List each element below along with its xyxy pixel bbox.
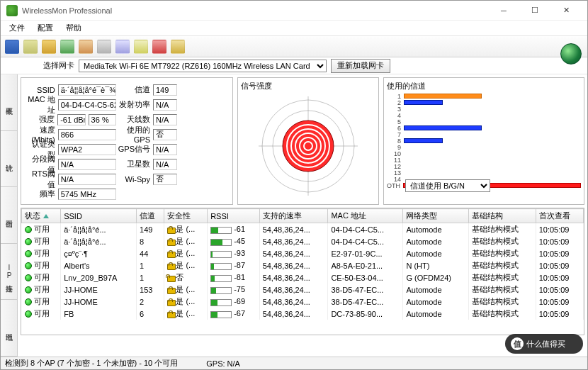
val-speed: 866: [58, 129, 116, 140]
lbl-gps: 使用的GPS: [116, 125, 153, 144]
channel-bar-3: 3: [387, 106, 581, 112]
table-row[interactable]: 可用Lnv_209_B97A1否-8154,48,36,24...CE-50-E…: [22, 271, 584, 284]
tab-ip[interactable]: IP连接: [1, 244, 17, 301]
ap-table[interactable]: 状态 SSID 信道 安全性 RSSI 支持的速率 MAC 地址 网络类型 基础…: [21, 208, 584, 335]
minimize-button[interactable]: ─: [488, 1, 519, 21]
channel-bar-7: 7: [387, 131, 581, 138]
table-row[interactable]: 可用ä·´å¦¦å¦å°é­...149是 (...-6154,48,36,24…: [22, 223, 584, 236]
channel-bar-6: 6: [387, 125, 581, 131]
lbl-txpower: 发射功率: [116, 99, 153, 110]
channel-bar-13: 13: [387, 169, 581, 176]
config-icon[interactable]: [23, 40, 38, 54]
table-row[interactable]: 可用Albert's1是 (...-8754,48,36,24...A8-5A-…: [22, 259, 584, 271]
channel-bar-2: 2: [387, 99, 581, 106]
map-icon[interactable]: [97, 40, 111, 54]
val-ssid: ä·´å¦¦å¦å°é­¯è¯¾wh: [58, 84, 116, 96]
table-row[interactable]: 可用ä·´å¦¦å¦å°é­...8是 (...-4554,48,36,24..…: [22, 235, 584, 247]
channel-bar-11: 11: [387, 157, 581, 163]
col-channel[interactable]: 信道: [137, 209, 164, 223]
val-channel: 149: [153, 84, 177, 96]
lock-icon: [167, 298, 174, 306]
val-sat: N/A: [153, 159, 177, 170]
val-gpssig: N/A: [153, 144, 177, 155]
statusbar: 检测到 8 个AP (7 个加密 - 1 个未加密) - 10 个可用 GPS:…: [1, 357, 587, 369]
toolbar: [1, 36, 587, 57]
col-mac[interactable]: MAC 地址: [328, 209, 403, 223]
menu-help[interactable]: 帮助: [60, 21, 87, 35]
val-strength-pct: 36 %: [89, 114, 116, 125]
col-nettype[interactable]: 网络类型: [403, 209, 468, 223]
menu-file[interactable]: 文件: [4, 21, 30, 35]
lock-icon: [167, 250, 174, 258]
status-ap-count: 检测到 8 个AP (7 个加密 - 1 个未加密) - 10 个可用: [5, 358, 178, 369]
channel-bar-1: 1: [387, 93, 581, 99]
folder-icon[interactable]: [171, 40, 185, 54]
rssi-bar: [210, 275, 232, 282]
col-security[interactable]: 安全性: [164, 209, 208, 223]
status-dot-icon: [25, 262, 32, 269]
channels-panel: 使用的信道 1234567891011121314OTH信道使用 B/G/N: [383, 77, 584, 205]
tab-summary[interactable]: 概要: [1, 74, 17, 131]
val-wispy: 否: [153, 174, 177, 185]
status-dot-icon: [25, 274, 32, 281]
val-txpower: N/A: [153, 99, 177, 111]
nic-select[interactable]: MediaTek Wi-Fi 6E MT7922 (RZ616) 160MHz …: [79, 60, 327, 72]
channels-header: 使用的信道: [387, 81, 581, 91]
lbl-freq: 频率: [24, 189, 58, 199]
channel-bar-12: 12: [387, 163, 581, 169]
channels-chart: 1234567891011121314OTH信道使用 B/G/N: [387, 93, 581, 192]
lbl-strength: 强度: [24, 114, 57, 125]
table-row[interactable]: 可用JJ-HOME153是 (...-7554,48,36,24...38-D5…: [22, 284, 584, 296]
watermark-icon: 值: [511, 337, 524, 350]
side-tabs: 概要 统计 信图 IP连接 地图: [1, 74, 18, 357]
globe-icon: [560, 43, 582, 65]
stop-icon[interactable]: [152, 40, 166, 54]
lock-icon: [167, 226, 174, 234]
channel-bar-10: 10: [387, 150, 581, 157]
lbl-antenna: 天线数: [116, 114, 153, 125]
val-auth: WPA2: [58, 144, 116, 155]
lock-icon: [167, 238, 174, 246]
col-rates[interactable]: 支持的速率: [259, 209, 328, 223]
lock-icon: [167, 286, 174, 294]
close-button[interactable]: ✕: [550, 1, 582, 21]
lbl-sat: 卫星数: [116, 159, 153, 169]
menu-config[interactable]: 配置: [32, 21, 59, 35]
channel-mode-select[interactable]: 信道使用 B/G/N: [405, 179, 490, 192]
tab-graph[interactable]: 信图: [1, 187, 17, 244]
zoom-icon[interactable]: [115, 40, 130, 54]
status-dot-icon: [25, 310, 32, 318]
lbl-channel: 信道: [116, 84, 153, 95]
table-row[interactable]: 可用ç¤ºç¨·¶44是 (...-9354,48,36,24...E2-97-…: [22, 247, 584, 259]
val-rts: N/A: [58, 174, 116, 185]
network-icon[interactable]: [60, 40, 74, 54]
nic-row: 选择网卡 MediaTek Wi-Fi 6E MT7922 (RZ616) 16…: [1, 57, 587, 74]
col-rssi[interactable]: RSSI: [208, 209, 259, 223]
table-row[interactable]: 可用JJ-HOME2是 (...-6954,48,36,24...38-D5-4…: [22, 296, 584, 308]
watermark: 值 什么值得买: [505, 334, 583, 354]
channel-bar-9: 9: [387, 144, 581, 150]
lbl-wispy: Wi-Spy: [116, 175, 153, 184]
maximize-button[interactable]: ☐: [519, 1, 550, 21]
status-dot-icon: [25, 298, 32, 305]
help-icon[interactable]: [134, 40, 148, 54]
save-icon[interactable]: [5, 40, 19, 54]
reload-nic-button[interactable]: 重新加载网卡: [331, 59, 390, 73]
lbl-rts: RTS阈值: [24, 169, 58, 190]
status-dot-icon: [25, 250, 32, 257]
status-dot-icon: [25, 226, 32, 233]
rssi-bar: [210, 287, 232, 294]
table-row[interactable]: 可用FB6是 (...-6754,48,36,24...DC-73-85-90.…: [22, 308, 584, 320]
antenna-icon[interactable]: [79, 40, 93, 54]
col-status[interactable]: 状态: [22, 209, 61, 223]
tab-stats[interactable]: 统计: [1, 131, 17, 188]
rssi-bar: [210, 251, 232, 258]
lbl-ssid: SSID: [24, 86, 58, 94]
tab-map[interactable]: 地图: [1, 300, 17, 357]
col-firstseen[interactable]: 首次查看: [536, 209, 583, 223]
reload-icon[interactable]: [42, 40, 56, 54]
col-infra[interactable]: 基础结构: [468, 209, 536, 223]
status-dot-icon: [25, 286, 32, 293]
rssi-bar: [210, 263, 232, 270]
col-ssid[interactable]: SSID: [61, 209, 137, 223]
